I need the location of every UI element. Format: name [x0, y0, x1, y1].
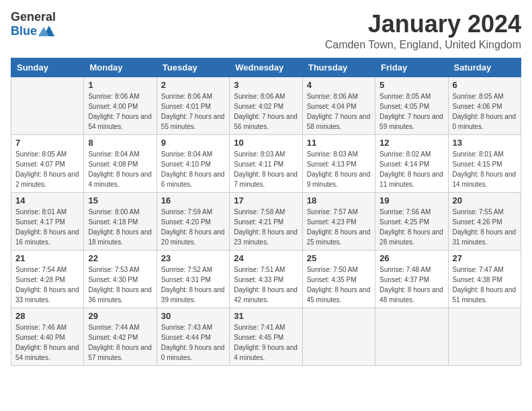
- day-info: Sunrise: 8:04 AMSunset: 4:10 PMDaylight:…: [161, 149, 225, 189]
- calendar-cell: 10Sunrise: 8:03 AMSunset: 4:11 PMDayligh…: [230, 134, 302, 192]
- day-info: Sunrise: 8:06 AMSunset: 4:04 PMDaylight:…: [307, 91, 371, 132]
- calendar-cell: 24Sunrise: 7:51 AMSunset: 4:33 PMDayligh…: [230, 250, 302, 308]
- day-number: 23: [161, 253, 225, 263]
- calendar-cell: 14Sunrise: 8:01 AMSunset: 4:17 PMDayligh…: [11, 192, 84, 250]
- calendar-table: SundayMondayTuesdayWednesdayThursdayFrid…: [11, 58, 521, 366]
- day-info: Sunrise: 7:58 AMSunset: 4:21 PMDaylight:…: [234, 207, 298, 247]
- day-number: 19: [380, 195, 443, 205]
- logo: General Blue: [11, 11, 56, 39]
- calendar-cell: 13Sunrise: 8:01 AMSunset: 4:15 PMDayligh…: [448, 134, 521, 192]
- day-number: 15: [88, 195, 152, 205]
- calendar-week-row: 28Sunrise: 7:46 AMSunset: 4:40 PMDayligh…: [11, 308, 521, 365]
- day-info: Sunrise: 8:06 AMSunset: 4:00 PMDaylight:…: [88, 91, 152, 132]
- day-number: 17: [234, 195, 298, 205]
- logo-icon: [38, 24, 56, 39]
- calendar-cell: [302, 308, 375, 365]
- location-title: Camden Town, England, United Kingdom: [325, 39, 521, 51]
- day-number: 27: [453, 253, 517, 263]
- day-info: Sunrise: 8:05 AMSunset: 4:05 PMDaylight:…: [380, 91, 443, 132]
- day-info: Sunrise: 7:56 AMSunset: 4:25 PMDaylight:…: [380, 207, 443, 247]
- day-number: 11: [307, 138, 371, 148]
- day-info: Sunrise: 7:52 AMSunset: 4:31 PMDaylight:…: [161, 265, 225, 305]
- day-number: 10: [234, 138, 298, 148]
- day-number: 2: [161, 80, 225, 90]
- day-info: Sunrise: 8:02 AMSunset: 4:14 PMDaylight:…: [380, 149, 443, 189]
- calendar-cell: 31Sunrise: 7:41 AMSunset: 4:45 PMDayligh…: [230, 308, 302, 365]
- calendar-cell: 29Sunrise: 7:44 AMSunset: 4:42 PMDayligh…: [84, 308, 157, 365]
- calendar-cell: [11, 77, 84, 134]
- day-info: Sunrise: 7:55 AMSunset: 4:26 PMDaylight:…: [453, 207, 517, 247]
- day-number: 29: [88, 311, 152, 321]
- calendar-cell: 11Sunrise: 8:03 AMSunset: 4:13 PMDayligh…: [302, 134, 375, 192]
- day-number: 9: [161, 138, 225, 148]
- day-number: 13: [453, 138, 517, 148]
- calendar-cell: 28Sunrise: 7:46 AMSunset: 4:40 PMDayligh…: [11, 308, 84, 365]
- title-area: January 2024 Camden Town, England, Unite…: [325, 11, 521, 51]
- day-info: Sunrise: 8:01 AMSunset: 4:17 PMDaylight:…: [15, 207, 79, 247]
- day-number: 5: [380, 80, 443, 90]
- day-number: 12: [380, 138, 443, 148]
- day-info: Sunrise: 7:43 AMSunset: 4:44 PMDaylight:…: [161, 322, 225, 363]
- day-info: Sunrise: 7:54 AMSunset: 4:28 PMDaylight:…: [15, 265, 79, 305]
- day-number: 16: [161, 195, 225, 205]
- day-info: Sunrise: 7:53 AMSunset: 4:30 PMDaylight:…: [88, 265, 152, 305]
- day-info: Sunrise: 8:00 AMSunset: 4:18 PMDaylight:…: [88, 207, 152, 247]
- day-number: 14: [15, 195, 79, 205]
- day-info: Sunrise: 8:06 AMSunset: 4:01 PMDaylight:…: [161, 91, 225, 132]
- calendar-cell: 15Sunrise: 8:00 AMSunset: 4:18 PMDayligh…: [84, 192, 157, 250]
- calendar-cell: 4Sunrise: 8:06 AMSunset: 4:04 PMDaylight…: [302, 77, 375, 134]
- day-info: Sunrise: 8:03 AMSunset: 4:13 PMDaylight:…: [307, 149, 371, 189]
- day-info: Sunrise: 7:44 AMSunset: 4:42 PMDaylight:…: [88, 322, 152, 363]
- weekday-header: Friday: [375, 58, 448, 77]
- calendar-week-row: 7Sunrise: 8:05 AMSunset: 4:07 PMDaylight…: [11, 134, 521, 192]
- calendar-cell: 5Sunrise: 8:05 AMSunset: 4:05 PMDaylight…: [375, 77, 448, 134]
- day-number: 21: [15, 253, 79, 263]
- calendar-cell: [375, 308, 448, 365]
- day-number: 18: [307, 195, 371, 205]
- day-info: Sunrise: 7:59 AMSunset: 4:20 PMDaylight:…: [161, 207, 225, 247]
- calendar-cell: 21Sunrise: 7:54 AMSunset: 4:28 PMDayligh…: [11, 250, 84, 308]
- calendar-cell: 9Sunrise: 8:04 AMSunset: 4:10 PMDaylight…: [157, 134, 229, 192]
- day-info: Sunrise: 7:50 AMSunset: 4:35 PMDaylight:…: [307, 265, 371, 305]
- calendar-cell: 19Sunrise: 7:56 AMSunset: 4:25 PMDayligh…: [375, 192, 448, 250]
- day-info: Sunrise: 8:05 AMSunset: 4:07 PMDaylight:…: [15, 149, 79, 189]
- weekday-header: Monday: [84, 58, 157, 77]
- calendar-cell: 2Sunrise: 8:06 AMSunset: 4:01 PMDaylight…: [157, 77, 229, 134]
- day-number: 24: [234, 253, 298, 263]
- weekday-header: Saturday: [448, 58, 521, 77]
- day-info: Sunrise: 7:51 AMSunset: 4:33 PMDaylight:…: [234, 265, 298, 305]
- day-number: 3: [234, 80, 298, 90]
- weekday-header: Thursday: [302, 58, 375, 77]
- day-number: 25: [307, 253, 371, 263]
- logo-blue: Blue: [11, 25, 37, 38]
- calendar-cell: 8Sunrise: 8:04 AMSunset: 4:08 PMDaylight…: [84, 134, 157, 192]
- calendar-cell: 26Sunrise: 7:48 AMSunset: 4:37 PMDayligh…: [375, 250, 448, 308]
- calendar-cell: 25Sunrise: 7:50 AMSunset: 4:35 PMDayligh…: [302, 250, 375, 308]
- day-info: Sunrise: 8:03 AMSunset: 4:11 PMDaylight:…: [234, 149, 298, 189]
- day-info: Sunrise: 7:41 AMSunset: 4:45 PMDaylight:…: [234, 322, 298, 363]
- calendar-cell: 23Sunrise: 7:52 AMSunset: 4:31 PMDayligh…: [157, 250, 229, 308]
- calendar-cell: [448, 308, 521, 365]
- day-number: 1: [88, 80, 152, 90]
- day-number: 4: [307, 80, 371, 90]
- day-number: 20: [453, 195, 517, 205]
- day-info: Sunrise: 7:48 AMSunset: 4:37 PMDaylight:…: [380, 265, 443, 305]
- calendar-cell: 27Sunrise: 7:47 AMSunset: 4:38 PMDayligh…: [448, 250, 521, 308]
- calendar-cell: 18Sunrise: 7:57 AMSunset: 4:23 PMDayligh…: [302, 192, 375, 250]
- calendar-week-row: 14Sunrise: 8:01 AMSunset: 4:17 PMDayligh…: [11, 192, 521, 250]
- weekday-header: Wednesday: [230, 58, 302, 77]
- calendar-cell: 20Sunrise: 7:55 AMSunset: 4:26 PMDayligh…: [448, 192, 521, 250]
- calendar-cell: 6Sunrise: 8:05 AMSunset: 4:06 PMDaylight…: [448, 77, 521, 134]
- calendar-cell: 16Sunrise: 7:59 AMSunset: 4:20 PMDayligh…: [157, 192, 229, 250]
- weekday-header: Tuesday: [157, 58, 229, 77]
- calendar-week-row: 1Sunrise: 8:06 AMSunset: 4:00 PMDaylight…: [11, 77, 521, 134]
- calendar-cell: 17Sunrise: 7:58 AMSunset: 4:21 PMDayligh…: [230, 192, 302, 250]
- day-info: Sunrise: 8:01 AMSunset: 4:15 PMDaylight:…: [453, 149, 517, 189]
- calendar-week-row: 21Sunrise: 7:54 AMSunset: 4:28 PMDayligh…: [11, 250, 521, 308]
- day-number: 26: [380, 253, 443, 263]
- logo-general: General: [11, 11, 56, 24]
- header-row: SundayMondayTuesdayWednesdayThursdayFrid…: [11, 58, 521, 77]
- day-number: 7: [15, 138, 79, 148]
- day-info: Sunrise: 8:04 AMSunset: 4:08 PMDaylight:…: [88, 149, 152, 189]
- day-info: Sunrise: 7:47 AMSunset: 4:38 PMDaylight:…: [453, 265, 517, 305]
